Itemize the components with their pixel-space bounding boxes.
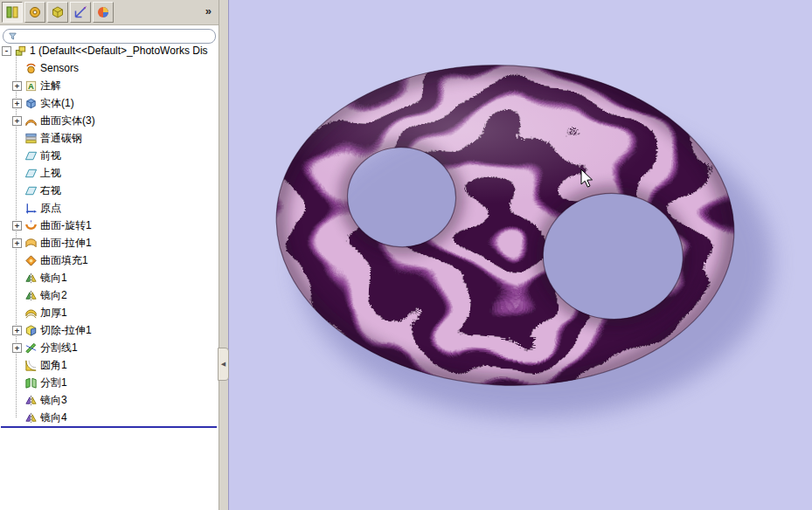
tree-item-mirror3[interactable]: 镜向3 — [0, 391, 219, 409]
tree-item-top-plane[interactable]: 上视 — [0, 164, 219, 182]
tree-item-root[interactable]: - 1 (Default<<Default>_PhotoWorks Dis — [0, 42, 219, 59]
expand-toggle[interactable]: + — [12, 343, 22, 353]
tree-item-label: 右视 — [40, 183, 61, 198]
solidworks-window: » - 1 (Default<<Default>_PhotoWorks Dis … — [0, 0, 812, 510]
plane-icon — [24, 149, 38, 162]
dimxpertmanager-icon — [73, 5, 87, 19]
tree-item-label: 前视 — [40, 148, 61, 163]
filter-funnel-icon — [8, 31, 17, 41]
tab-displaymanager[interactable] — [93, 2, 114, 23]
configurationmanager-icon — [51, 5, 65, 19]
tree-item-cut-extrude1[interactable]: + 切除-拉伸1 — [0, 321, 219, 339]
filter-box[interactable] — [3, 29, 216, 44]
panel-splitter[interactable] — [219, 0, 229, 510]
feature-tree: - 1 (Default<<Default>_PhotoWorks Dis Se… — [0, 42, 219, 426]
tree-item-surface-fill1[interactable]: 曲面填充1 — [0, 252, 219, 269]
tree-item-sensors[interactable]: Sensors — [0, 59, 219, 77]
propertymanager-icon — [28, 5, 42, 19]
tree-item-front-plane[interactable]: 前视 — [0, 147, 219, 164]
tree-item-surface-revolve1[interactable]: + 曲面-旋转1 — [0, 217, 219, 234]
tree-item-label: 镜向3 — [40, 393, 67, 408]
tree-item-material[interactable]: 普通碳钢 — [0, 129, 219, 147]
mirror-icon — [24, 289, 38, 302]
manager-tabs: » — [0, 0, 219, 25]
tree-item-right-plane[interactable]: 右视 — [0, 182, 219, 199]
tree-item-origin[interactable]: 原点 — [0, 199, 219, 217]
graphics-area[interactable] — [227, 0, 812, 510]
tree-item-mirror1[interactable]: 镜向1 — [0, 269, 219, 286]
surface-revolve-icon — [24, 219, 38, 232]
tree-item-label: 曲面-拉伸1 — [40, 236, 92, 251]
displaymanager-icon — [96, 5, 110, 19]
expand-toggle[interactable]: + — [12, 116, 22, 126]
mirror-icon — [24, 272, 38, 285]
material-icon — [24, 132, 38, 145]
thicken-icon — [24, 307, 38, 320]
expand-toggle[interactable]: + — [12, 99, 22, 108]
featuremanager-icon — [5, 5, 19, 19]
tree-item-split1[interactable]: 分割1 — [0, 374, 219, 391]
mirror-bodies-icon — [24, 411, 38, 424]
tree-item-surface-bodies[interactable]: + 曲面实体(3) — [0, 112, 219, 129]
tree-item-thicken1[interactable]: 加厚1 — [0, 304, 219, 321]
tree-item-label: 曲面-旋转1 — [40, 218, 92, 233]
tree-item-label: 1 (Default<<Default>_PhotoWorks Dis — [30, 45, 208, 57]
tree-item-mirror4[interactable]: 镜向4 — [0, 409, 219, 426]
expand-toggle[interactable]: + — [12, 81, 22, 91]
tree-item-label: 镜向4 — [40, 410, 67, 425]
overflow-chevron[interactable]: » — [205, 4, 212, 17]
plane-icon — [24, 184, 38, 197]
tree-item-annotations[interactable]: + 注解 — [0, 77, 219, 94]
rollback-bar[interactable] — [1, 426, 217, 428]
surface-fill-icon — [24, 254, 38, 267]
sensors-icon — [24, 62, 38, 75]
part-icon — [14, 45, 27, 58]
annotations-icon — [24, 79, 38, 93]
tree-item-label: 普通碳钢 — [40, 131, 82, 146]
expand-toggle[interactable]: - — [2, 46, 11, 56]
filter-input[interactable] — [21, 31, 211, 41]
fillet-icon — [24, 359, 38, 372]
origin-icon — [24, 202, 38, 215]
tree-item-label: 分割线1 — [40, 341, 78, 355]
tab-featuremanager[interactable] — [2, 2, 23, 23]
split-icon — [24, 376, 38, 389]
tree-item-label: 镜向1 — [40, 271, 67, 286]
tree-item-label: Sensors — [40, 62, 79, 74]
tree-item-label: 圆角1 — [40, 358, 67, 373]
expand-toggle[interactable]: + — [12, 221, 22, 231]
solid-bodies-icon — [24, 97, 38, 110]
tree-item-mirror2[interactable]: 镜向2 — [0, 286, 219, 304]
tree-item-label: 原点 — [40, 201, 61, 216]
tree-item-surface-extrude1[interactable]: + 曲面-拉伸1 — [0, 234, 219, 252]
tree-item-label: 实体(1) — [40, 96, 74, 111]
surface-bodies-icon — [24, 114, 38, 128]
model-view[interactable] — [227, 0, 812, 510]
tree-item-label: 切除-拉伸1 — [40, 323, 92, 338]
torus-model[interactable] — [227, 0, 812, 510]
split-line-icon — [24, 341, 38, 355]
tree-item-label: 曲面填充1 — [40, 253, 88, 268]
plane-icon — [24, 167, 38, 180]
tree-item-label: 曲面实体(3) — [40, 114, 95, 128]
tree-item-label: 上视 — [40, 166, 61, 181]
tab-configurationmanager[interactable] — [47, 2, 68, 23]
tree-item-label: 镜向2 — [40, 288, 67, 303]
tab-dimxpertmanager[interactable] — [70, 2, 91, 23]
tree-item-label: 注解 — [40, 79, 61, 93]
tree-item-fillet1[interactable]: 圆角1 — [0, 356, 219, 374]
tree-item-label: 加厚1 — [40, 306, 67, 320]
cut-extrude-icon — [24, 324, 38, 337]
panel-collapse-tab[interactable]: ◀ — [218, 348, 229, 381]
expand-toggle[interactable]: + — [12, 326, 22, 335]
tree-item-split-line1[interactable]: + 分割线1 — [0, 339, 219, 356]
surface-extrude-icon — [24, 237, 38, 250]
tree-item-label: 分割1 — [40, 376, 67, 390]
feature-tree-panel: » - 1 (Default<<Default>_PhotoWorks Dis … — [0, 0, 219, 510]
tree-item-solid-bodies[interactable]: + 实体(1) — [0, 94, 219, 112]
mirror-bodies-icon — [24, 394, 38, 407]
expand-toggle[interactable]: + — [12, 238, 22, 248]
tab-propertymanager[interactable] — [24, 2, 45, 23]
